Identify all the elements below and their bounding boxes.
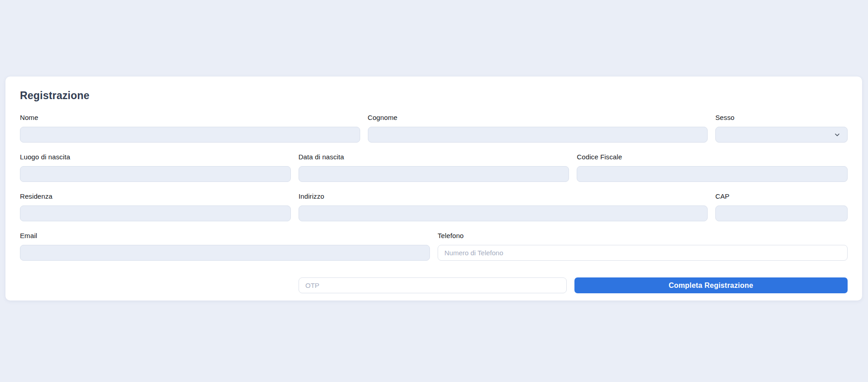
row-spacer <box>20 277 291 293</box>
cognome-field: Cognome <box>368 114 708 143</box>
indirizzo-field: Indirizzo <box>299 192 708 221</box>
residenza-field: Residenza <box>20 192 291 221</box>
form-row-1: Nome Cognome Sesso <box>20 114 848 143</box>
form-row-2: Luogo di nascita Data di nascita Codice … <box>20 153 848 182</box>
cap-field: CAP <box>715 192 848 221</box>
data-di-nascita-input[interactable] <box>299 166 569 182</box>
email-field: Email <box>20 232 430 261</box>
nome-input[interactable] <box>20 127 360 143</box>
cap-label: CAP <box>715 192 848 201</box>
email-input[interactable] <box>20 245 430 261</box>
cognome-label: Cognome <box>368 114 708 122</box>
form-row-5: Completa Registrazione <box>20 277 848 293</box>
codice-fiscale-field: Codice Fiscale <box>577 153 848 182</box>
nome-field: Nome <box>20 114 360 143</box>
cognome-input[interactable] <box>368 127 708 143</box>
cap-input[interactable] <box>715 205 848 221</box>
sesso-field: Sesso <box>715 114 848 143</box>
email-label: Email <box>20 232 430 240</box>
otp-field <box>299 277 567 293</box>
sesso-select[interactable] <box>715 127 848 143</box>
form-row-4: Email Telefono <box>20 232 848 261</box>
telefono-field: Telefono <box>438 232 848 261</box>
completa-registrazione-button[interactable]: Completa Registrazione <box>574 277 848 293</box>
luogo-di-nascita-field: Luogo di nascita <box>20 153 291 182</box>
nome-label: Nome <box>20 114 360 122</box>
otp-input[interactable] <box>299 277 567 293</box>
residenza-label: Residenza <box>20 192 291 201</box>
indirizzo-input[interactable] <box>299 205 708 221</box>
codice-fiscale-input[interactable] <box>577 166 848 182</box>
luogo-di-nascita-input[interactable] <box>20 166 291 182</box>
indirizzo-label: Indirizzo <box>299 192 708 201</box>
telefono-input[interactable] <box>438 245 848 261</box>
residenza-input[interactable] <box>20 205 291 221</box>
telefono-label: Telefono <box>438 232 848 240</box>
data-di-nascita-field: Data di nascita <box>299 153 569 182</box>
page-background: Registrazione Nome Cognome Sesso <box>0 0 868 382</box>
luogo-di-nascita-label: Luogo di nascita <box>20 153 291 161</box>
page-title: Registrazione <box>20 89 848 102</box>
codice-fiscale-label: Codice Fiscale <box>577 153 848 161</box>
form-row-3: Residenza Indirizzo CAP <box>20 192 848 221</box>
data-di-nascita-label: Data di nascita <box>299 153 569 161</box>
sesso-select-wrap <box>715 127 848 143</box>
sesso-label: Sesso <box>715 114 848 122</box>
registration-card: Registrazione Nome Cognome Sesso <box>5 76 862 301</box>
